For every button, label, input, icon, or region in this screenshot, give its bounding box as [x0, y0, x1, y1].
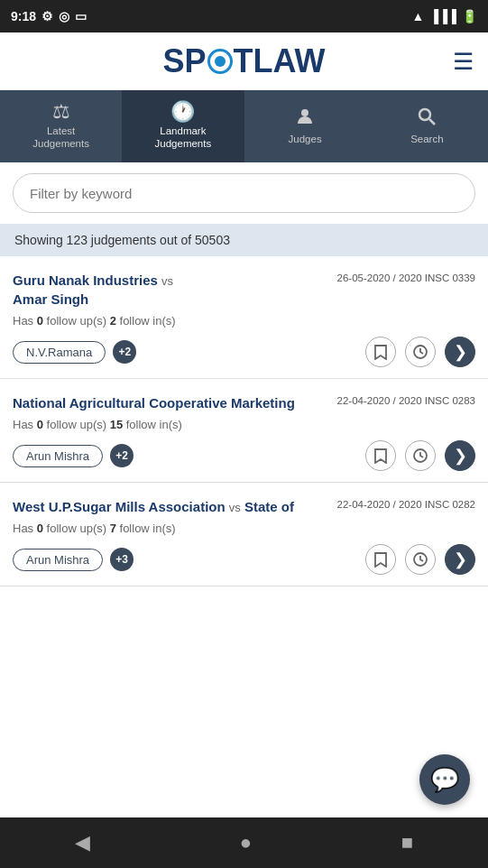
keyword-filter-input[interactable]	[13, 173, 475, 213]
tab-latest-judgements[interactable]: ⚖ LatestJudgements	[0, 90, 122, 162]
bottom-nav: ◀ ● ■	[0, 817, 488, 868]
svg-point-0	[301, 109, 308, 116]
status-bar: 9:18 ⚙ ◎ ▭ ▲ ▐▐▐ 🔋	[0, 0, 488, 32]
bookmark-button[interactable]	[365, 440, 396, 471]
tab-search[interactable]: Search	[366, 90, 488, 162]
results-summary: Showing 123 judgements out of 50503	[0, 224, 488, 256]
tab-search-label: Search	[410, 134, 443, 146]
recent-apps-button[interactable]: ■	[401, 831, 413, 854]
go-button[interactable]: ❯	[445, 337, 475, 367]
tab-judges[interactable]: Judges	[244, 90, 366, 162]
action-icons: ❯	[365, 440, 475, 471]
case-meta: Has 0 follow up(s) 2 follow in(s)	[13, 314, 475, 328]
case-meta: Has 0 follow up(s) 15 follow in(s)	[13, 418, 475, 431]
case-actions: N.V.Ramana +2 ❯	[13, 337, 475, 367]
case-tags: N.V.Ramana +2	[13, 340, 136, 364]
case-title: West U.P.Sugar Mills Association vs Stat…	[13, 497, 330, 516]
action-icons: ❯	[365, 544, 475, 575]
case-header: Guru Nanak Industries vs Amar Singh 26-0…	[13, 271, 475, 309]
svg-point-1	[419, 109, 430, 120]
app-logo: SP TLAW	[162, 42, 325, 80]
case-tags: Arun Mishra +2	[13, 444, 134, 467]
judge-tag[interactable]: Arun Mishra	[13, 445, 103, 467]
app-header: SP TLAW ☰	[0, 32, 488, 90]
case-date: 22-04-2020 / 2020 INSC 0282	[337, 499, 475, 510]
case-header: West U.P.Sugar Mills Association vs Stat…	[13, 497, 475, 516]
go-button[interactable]: ❯	[445, 544, 475, 575]
clock-button[interactable]	[405, 440, 436, 471]
landmark-judgements-icon: 🕐	[170, 102, 195, 122]
battery-level-icon: 🔋	[462, 9, 477, 23]
case-title: Guru Nanak Industries vs Amar Singh	[13, 271, 330, 309]
target-icon: ◎	[59, 9, 69, 23]
results-count-text: Showing 123 judgements out of 50503	[14, 233, 230, 247]
logo-o-icon	[207, 49, 233, 74]
case-date: 22-04-2020 / 2020 INSC 0283	[337, 395, 475, 406]
case-item: West U.P.Sugar Mills Association vs Stat…	[0, 483, 488, 586]
judges-icon	[295, 106, 315, 130]
case-header: National Agricultural Cooperative Market…	[13, 393, 475, 412]
nav-tabs: ⚖ LatestJudgements 🕐 LandmarkJudgements …	[0, 90, 488, 162]
tab-latest-label: LatestJudgements	[32, 125, 89, 151]
clock-button[interactable]	[405, 337, 436, 367]
more-judges-badge[interactable]: +3	[110, 548, 134, 571]
judge-tag[interactable]: N.V.Ramana	[13, 341, 106, 364]
case-list: Guru Nanak Industries vs Amar Singh 26-0…	[0, 256, 488, 586]
search-icon	[417, 106, 437, 130]
more-judges-badge[interactable]: +2	[113, 340, 136, 364]
case-item: National Agricultural Cooperative Market…	[0, 379, 488, 483]
more-judges-badge[interactable]: +2	[110, 444, 134, 467]
latest-judgements-icon: ⚖	[52, 102, 70, 122]
battery-icon: ▭	[75, 9, 87, 23]
status-right: ▲ ▐▐▐ 🔋	[411, 9, 477, 23]
case-tags: Arun Mishra +3	[13, 548, 134, 571]
logo-spot: SP	[162, 42, 206, 80]
go-button[interactable]: ❯	[445, 440, 475, 471]
wifi-icon: ▲	[411, 9, 424, 23]
bookmark-button[interactable]	[365, 337, 396, 367]
judge-tag[interactable]: Arun Mishra	[13, 549, 103, 571]
case-actions: Arun Mishra +3 ❯	[13, 544, 475, 575]
menu-button[interactable]: ☰	[453, 47, 474, 75]
tab-judges-label: Judges	[289, 134, 322, 146]
case-meta: Has 0 follow up(s) 7 follow in(s)	[13, 522, 475, 535]
case-date: 26-05-2020 / 2020 INSC 0339	[337, 272, 475, 283]
search-bar-container	[0, 162, 488, 224]
case-item: Guru Nanak Industries vs Amar Singh 26-0…	[0, 256, 488, 379]
svg-line-2	[429, 119, 435, 125]
tab-landmark-label: LandmarkJudgements	[155, 125, 212, 151]
signal-icon: ▐▐▐	[429, 9, 456, 23]
chat-fab-button[interactable]: 💬	[419, 754, 470, 805]
clock-button[interactable]	[405, 544, 436, 575]
settings-icon: ⚙	[41, 9, 53, 23]
back-button[interactable]: ◀	[75, 831, 90, 854]
chat-fab-icon: 💬	[430, 766, 459, 794]
home-button[interactable]: ●	[240, 831, 252, 854]
case-actions: Arun Mishra +2 ❯	[13, 440, 475, 471]
time-display: 9:18	[11, 9, 36, 23]
tab-landmark-judgements[interactable]: 🕐 LandmarkJudgements	[122, 90, 244, 162]
status-left: 9:18 ⚙ ◎ ▭	[11, 9, 87, 23]
action-icons: ❯	[365, 337, 475, 367]
logo-law: TLAW	[234, 42, 326, 80]
case-title: National Agricultural Cooperative Market…	[13, 393, 330, 412]
bookmark-button[interactable]	[365, 544, 396, 575]
